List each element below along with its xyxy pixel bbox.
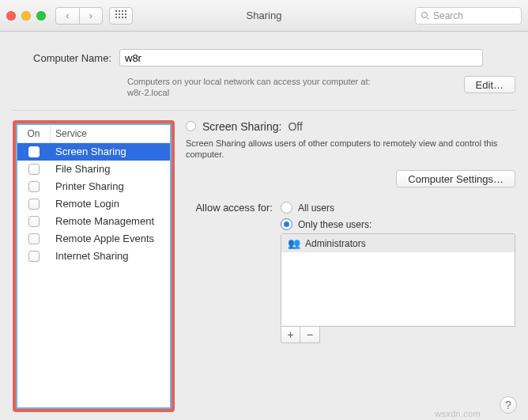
service-checkbox[interactable]	[28, 216, 40, 227]
service-status-state: Off	[288, 120, 302, 133]
show-all-button[interactable]	[109, 7, 133, 25]
access-radio-group: All users Only these users:	[281, 202, 515, 230]
service-label: Internet Sharing	[51, 250, 170, 262]
service-row[interactable]: Remote Login	[17, 195, 170, 213]
service-detail: Screen Sharing: Off Screen Sharing allow…	[186, 120, 515, 412]
service-row[interactable]: Internet Sharing	[17, 248, 170, 265]
users-add-remove-bar: + −	[281, 327, 320, 343]
users-box: 👥Administrators + −	[281, 233, 515, 343]
computer-name-input[interactable]	[119, 49, 483, 66]
service-label: Printer Sharing	[51, 180, 170, 192]
service-checkbox[interactable]	[28, 251, 40, 262]
titlebar: ‹ › Sharing Search	[0, 0, 528, 32]
services-header-service: Service	[51, 125, 170, 142]
status-indicator-icon	[186, 121, 196, 131]
people-icon: 👥	[288, 237, 300, 249]
computer-name-info-row: Computers on your local network can acce…	[13, 76, 515, 99]
computer-name-info-line2: w8r-2.local	[127, 87, 454, 98]
computer-name-info: Computers on your local network can acce…	[127, 76, 454, 99]
service-row[interactable]: Screen Sharing	[17, 143, 170, 161]
users-list[interactable]: 👥Administrators	[281, 233, 515, 327]
add-user-button[interactable]: +	[281, 327, 300, 342]
service-row[interactable]: Remote Apple Events	[17, 230, 170, 248]
svg-line-1	[427, 17, 429, 19]
service-status-row: Screen Sharing: Off	[186, 120, 515, 133]
service-label: Screen Sharing	[51, 146, 170, 157]
service-checkbox[interactable]	[28, 181, 40, 192]
nav-back-forward: ‹ ›	[55, 7, 103, 25]
services-header-on: On	[17, 125, 51, 142]
computer-name-row: Computer Name:	[13, 49, 515, 66]
radio-icon	[281, 218, 292, 230]
forward-button[interactable]: ›	[79, 7, 103, 25]
grid-icon	[115, 10, 126, 21]
access-area: Allow access for: All users Only these u…	[186, 202, 515, 343]
user-row[interactable]: 👥Administrators	[281, 234, 515, 252]
services-list-highlight: On Service Screen SharingFile SharingPri…	[13, 120, 175, 412]
service-checkbox[interactable]	[28, 233, 40, 244]
services-list: On Service Screen SharingFile SharingPri…	[16, 123, 172, 409]
service-checkbox[interactable]	[28, 146, 40, 157]
service-label: Remote Management	[51, 215, 170, 227]
radio-all-users[interactable]: All users	[281, 202, 515, 214]
back-button[interactable]: ‹	[55, 7, 79, 25]
service-description: Screen Sharing allows users of other com…	[186, 138, 515, 161]
chevron-left-icon: ‹	[66, 9, 69, 21]
service-label: Remote Login	[51, 198, 170, 210]
radio-all-users-label: All users	[298, 202, 334, 214]
watermark: wsxdn.com	[435, 409, 481, 418]
service-status-name: Screen Sharing:	[202, 120, 281, 133]
close-window-button[interactable]	[6, 11, 16, 21]
search-icon	[421, 11, 430, 21]
services-list-header: On Service	[17, 125, 170, 143]
radio-only-these-users[interactable]: Only these users:	[281, 218, 515, 230]
radio-only-these-label: Only these users:	[298, 219, 371, 230]
computer-settings-button[interactable]: Computer Settings…	[396, 170, 515, 187]
search-placeholder: Search	[433, 10, 463, 21]
content-body: Computer Name: Computers on your local n…	[0, 32, 528, 420]
main-area: On Service Screen SharingFile SharingPri…	[13, 120, 515, 412]
minimize-window-button[interactable]	[21, 11, 31, 21]
service-row[interactable]: File Sharing	[17, 161, 170, 178]
computer-name-label: Computer Name:	[13, 49, 119, 64]
sharing-preferences-window: ‹ › Sharing Search Computer Name:	[0, 0, 528, 420]
search-field[interactable]: Search	[415, 7, 522, 25]
service-checkbox[interactable]	[28, 199, 40, 210]
radio-icon	[281, 202, 292, 214]
user-label: Administrators	[305, 238, 366, 249]
service-checkbox[interactable]	[28, 164, 40, 175]
services-list-body[interactable]: Screen SharingFile SharingPrinter Sharin…	[17, 143, 170, 407]
chevron-right-icon: ›	[89, 9, 92, 21]
service-row[interactable]: Remote Management	[17, 213, 170, 230]
service-label: File Sharing	[51, 163, 170, 175]
zoom-window-button[interactable]	[36, 11, 46, 21]
divider	[13, 110, 515, 111]
help-button[interactable]: ?	[500, 396, 517, 414]
remove-user-button[interactable]: −	[300, 327, 319, 342]
service-row[interactable]: Printer Sharing	[17, 178, 170, 195]
window-controls	[6, 11, 46, 21]
svg-point-0	[422, 12, 428, 17]
computer-name-info-line1: Computers on your local network can acce…	[127, 76, 454, 87]
access-label: Allow access for:	[186, 202, 273, 343]
service-label: Remote Apple Events	[51, 233, 170, 244]
edit-hostname-button[interactable]: Edit…	[464, 76, 515, 93]
